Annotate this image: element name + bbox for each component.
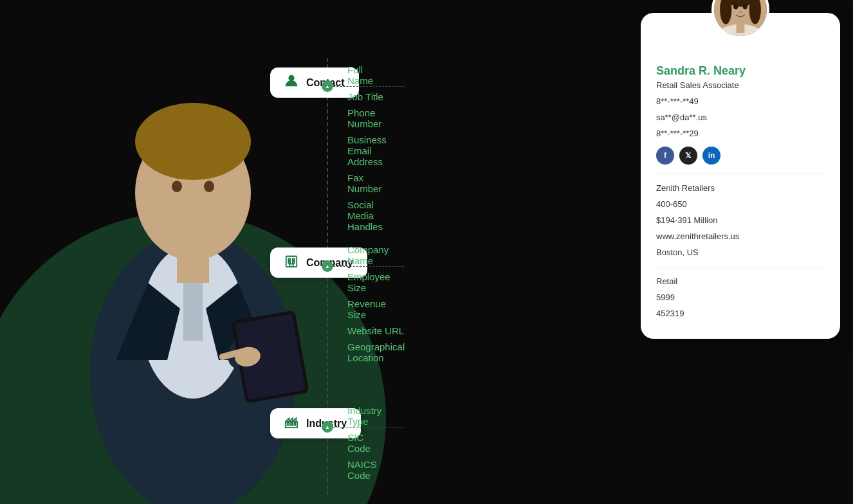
field-sic-code: SIC Code: [347, 432, 381, 454]
twitter-label: 𝕏: [685, 151, 692, 160]
svg-point-36: [743, 4, 748, 9]
profile-email: sa**@da**.us: [656, 111, 825, 125]
profile-revenue: $194-391 Million: [656, 214, 825, 228]
svg-point-7: [204, 181, 214, 192]
field-revenue-size: Revenue Size: [347, 298, 405, 320]
field-website-url: Website URL: [347, 325, 405, 336]
svg-rect-26: [288, 423, 289, 426]
field-employee-size: Employee Size: [347, 271, 405, 293]
field-job-title: Job Title: [347, 91, 387, 102]
field-full-name: Full Name: [347, 64, 387, 86]
svg-rect-20: [293, 258, 295, 260]
field-industry-type: Industry Type: [347, 405, 381, 427]
profile-employee-size: 400-650: [656, 198, 825, 212]
svg-rect-27: [291, 423, 293, 426]
company-field-list: Company Name Employee Size Revenue Size …: [347, 244, 405, 363]
field-phone-number: Phone Number: [347, 107, 387, 129]
profile-location: Boston, US: [656, 246, 825, 260]
avatar-image: [714, 0, 767, 36]
field-geo-location: Geographical Location: [347, 341, 405, 363]
svg-rect-22: [293, 262, 295, 264]
contact-field-list: Full Name Job Title Phone Number Busines…: [347, 64, 387, 232]
svg-rect-23: [289, 264, 293, 267]
svg-rect-28: [295, 423, 296, 426]
svg-point-35: [733, 4, 738, 9]
svg-rect-19: [288, 258, 290, 260]
divider-1: [656, 174, 825, 174]
svg-rect-39: [737, 21, 745, 33]
profile-card: Sandra R. Neary Retail Sales Associate 8…: [641, 13, 840, 339]
contact-arrow-node: [322, 80, 333, 92]
profile-sic-code: 5999: [656, 291, 825, 305]
factory-icon: [284, 415, 298, 432]
profile-website: www.zenithretailers.us: [656, 230, 825, 244]
svg-point-5: [135, 103, 251, 180]
field-social-media: Social Media Handles: [347, 199, 387, 232]
avatar-container: [711, 0, 769, 39]
linkedin-icon[interactable]: in: [702, 147, 720, 165]
profile-company-name: Zenith Retailers: [656, 182, 825, 195]
svg-rect-10: [183, 276, 203, 341]
contact-badge[interactable]: Contact: [270, 68, 359, 98]
svg-rect-16: [177, 251, 209, 283]
field-fax-number: Fax Number: [347, 172, 387, 194]
field-business-email: Business Email Address: [347, 134, 387, 167]
profile-phone: 8**-***-**49: [656, 95, 825, 109]
svg-rect-18: [286, 256, 297, 267]
profile-industry-type: Retail: [656, 275, 825, 289]
diagram-area: Contact Full Name Job Title Phone Number…: [270, 58, 630, 495]
field-company-name: Company Name: [347, 244, 405, 266]
company-arrow-node: [322, 260, 333, 272]
divider-2: [656, 267, 825, 267]
profile-naics-code: 452319: [656, 307, 825, 321]
profile-job-title: Retail Sales Associate: [656, 80, 825, 90]
svg-point-37: [738, 11, 742, 14]
social-icons-group: f 𝕏 in: [656, 147, 825, 165]
svg-point-17: [288, 75, 294, 81]
industry-field-list: Industry Type SIC Code NAICS Code: [347, 405, 381, 481]
building-icon: [284, 254, 298, 271]
industry-arrow-node: [322, 421, 333, 433]
profile-fax: 8**-***-**29: [656, 127, 825, 141]
twitter-icon[interactable]: 𝕏: [679, 147, 697, 165]
svg-point-6: [172, 181, 182, 192]
facebook-icon[interactable]: f: [656, 147, 674, 165]
profile-name: Sandra R. Neary: [656, 64, 825, 78]
field-naics-code: NAICS Code: [347, 459, 381, 481]
person-icon: [284, 74, 298, 91]
svg-rect-21: [288, 262, 290, 264]
